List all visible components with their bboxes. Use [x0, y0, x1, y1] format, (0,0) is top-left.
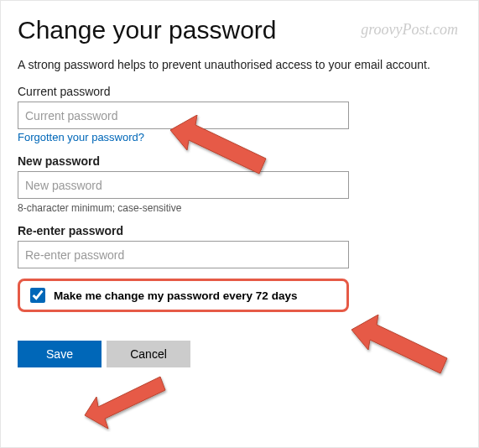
cancel-button[interactable]: Cancel	[107, 341, 190, 367]
new-password-input[interactable]	[18, 171, 349, 199]
expire-checkbox[interactable]	[30, 288, 45, 303]
password-requirements: 8-character minimum; case-sensitive	[18, 202, 461, 214]
expire-label: Make me change my password every 72 days	[54, 289, 297, 302]
watermark: groovyPost.com	[361, 21, 458, 39]
subtitle: A strong password helps to prevent unaut…	[18, 58, 461, 71]
group-reenter-password: Re-enter password	[18, 224, 461, 268]
group-new-password: New password 8-character minimum; case-s…	[18, 154, 461, 214]
annotation-arrow-3	[78, 373, 170, 432]
forgot-password-link[interactable]: Forgotten your password?	[18, 131, 144, 143]
button-row: Save Cancel	[18, 341, 461, 367]
group-current-password: Current password Forgotten your password…	[18, 85, 461, 144]
reenter-password-input[interactable]	[18, 241, 349, 268]
label-reenter-password: Re-enter password	[18, 224, 461, 237]
label-new-password: New password	[18, 154, 461, 168]
current-password-input[interactable]	[18, 102, 349, 129]
save-button[interactable]: Save	[18, 341, 102, 367]
password-expiry-option-highlight: Make me change my password every 72 days	[18, 279, 349, 312]
label-current-password: Current password	[18, 85, 461, 98]
